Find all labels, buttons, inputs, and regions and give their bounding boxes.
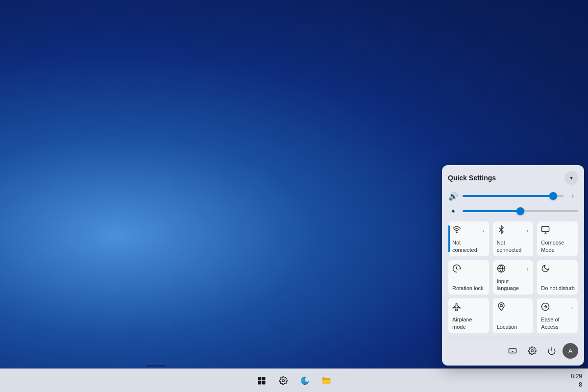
rotation-lock-tile[interactable]: Rotation lock: [448, 260, 490, 295]
svg-rect-21: [262, 381, 266, 384]
brightness-icon: ✦: [448, 207, 459, 215]
bluetooth-tile-top: ›: [497, 225, 531, 236]
svg-point-0: [456, 232, 457, 233]
compose-icon: [541, 225, 550, 236]
taskbar-settings-button[interactable]: [273, 371, 293, 391]
do-not-disturb-tile[interactable]: Do not disturb: [537, 260, 578, 295]
avatar[interactable]: A: [563, 343, 578, 359]
quick-settings-bottom: A: [448, 338, 578, 360]
svg-rect-1: [542, 226, 549, 232]
rotation-label: Rotation lock: [452, 285, 486, 292]
svg-point-6: [500, 305, 502, 307]
volume-slider-row: 🔊 ›: [448, 191, 578, 201]
quick-settings-grid-row1: › Not connected › Not connected: [448, 221, 578, 257]
wifi-icon: [452, 225, 461, 236]
input-icon: [497, 264, 506, 275]
ease-expand-arrow[interactable]: ›: [569, 304, 575, 312]
quick-settings-collapse-button[interactable]: ▾: [564, 171, 578, 185]
brightness-track: [463, 210, 578, 212]
quick-settings-grid-row2: Rotation lock › Input language: [448, 260, 578, 295]
volume-arrow[interactable]: ›: [567, 191, 578, 201]
location-tile-top: [497, 302, 531, 313]
svg-rect-18: [258, 377, 262, 380]
quick-settings-grid-row3: Airplane mode Location: [448, 298, 578, 334]
airplane-mode-tile[interactable]: Airplane mode: [448, 298, 490, 334]
volume-icon: 🔊: [448, 192, 459, 201]
ease-icon: [541, 302, 550, 313]
taskbar-date: 8: [571, 381, 582, 389]
taskbar-right: 8:29 8: [571, 372, 588, 389]
rotation-tile-top: [452, 264, 486, 275]
desktop: Quick Settings ▾ 🔊 › ✦: [0, 0, 588, 392]
wifi-tile[interactable]: › Not connected: [448, 221, 490, 257]
airplane-tile-top: [452, 302, 486, 313]
volume-track: [463, 195, 564, 197]
volume-thumb[interactable]: [549, 192, 557, 200]
compose-tile-top: [541, 225, 575, 236]
compose-mode-tile[interactable]: Compose Mode: [537, 221, 578, 257]
quick-settings-header: Quick Settings ▾: [448, 171, 578, 185]
bluetooth-label: Not connected: [497, 239, 531, 253]
taskbar: DEV 8:29 8: [0, 368, 588, 392]
svg-point-16: [531, 350, 534, 352]
dnd-label: Do not disturb: [541, 285, 575, 292]
input-tile-top: ›: [497, 264, 531, 275]
dnd-icon: [541, 264, 550, 275]
svg-point-22: [282, 379, 285, 382]
svg-rect-23: [302, 381, 307, 382]
taskbar-center: DEV: [252, 371, 336, 391]
wifi-label: Not connected: [452, 239, 486, 253]
wifi-tile-top: ›: [452, 225, 486, 236]
svg-rect-8: [509, 349, 516, 353]
input-label: Input language: [497, 278, 531, 292]
bluetooth-icon: [497, 225, 506, 236]
wifi-expand-arrow[interactable]: ›: [480, 227, 486, 235]
brightness-thumb[interactable]: [516, 207, 524, 215]
brightness-slider[interactable]: [463, 206, 578, 216]
ease-of-access-tile[interactable]: › Ease of Access: [537, 298, 578, 334]
keyboard-button[interactable]: [504, 342, 521, 360]
rotation-icon: [452, 264, 461, 275]
settings-button[interactable]: [523, 342, 541, 360]
scroll-indicator: [146, 365, 166, 367]
taskbar-time: 8:29: [571, 372, 582, 381]
start-button[interactable]: [252, 371, 271, 391]
airplane-icon: [452, 302, 461, 313]
volume-fill: [463, 195, 553, 197]
brightness-slider-row: ✦: [448, 206, 578, 216]
location-label: Location: [497, 323, 531, 330]
input-expand-arrow[interactable]: ›: [525, 266, 530, 273]
bluetooth-tile[interactable]: › Not connected: [492, 221, 534, 257]
power-button[interactable]: [543, 342, 561, 360]
volume-slider[interactable]: [463, 191, 564, 201]
svg-text:DEV: DEV: [303, 384, 307, 386]
wifi-active-bar: [448, 225, 450, 252]
bluetooth-expand-arrow[interactable]: ›: [525, 227, 530, 235]
dnd-tile-top: [541, 264, 575, 275]
input-language-tile[interactable]: › Input language: [492, 260, 534, 295]
edge-browser-button[interactable]: DEV: [295, 371, 315, 391]
quick-settings-panel: Quick Settings ▾ 🔊 › ✦: [442, 165, 584, 366]
ease-label: Ease of Access: [541, 316, 575, 330]
svg-rect-19: [262, 377, 266, 380]
taskbar-clock[interactable]: 8:29 8: [571, 372, 582, 389]
file-explorer-button[interactable]: [317, 371, 336, 391]
location-icon: [497, 302, 506, 313]
ease-tile-top: ›: [541, 302, 575, 313]
airplane-label: Airplane mode: [452, 316, 486, 330]
brightness-fill: [463, 210, 520, 212]
quick-settings-title: Quick Settings: [448, 174, 496, 182]
compose-label: Compose Mode: [541, 239, 575, 253]
location-tile[interactable]: Location: [492, 298, 534, 334]
svg-rect-20: [258, 381, 262, 384]
